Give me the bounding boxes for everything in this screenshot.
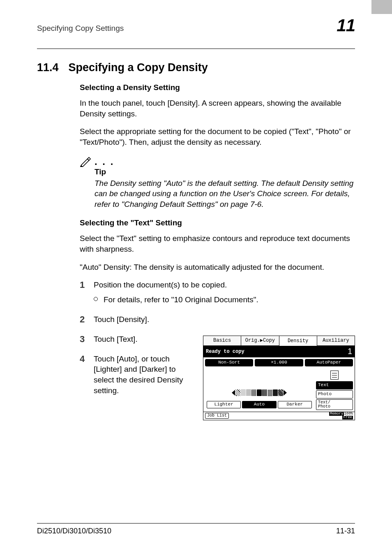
tip-label: Tip [95, 167, 355, 176]
status-bar: Ready to copy 1 [203, 346, 355, 357]
paragraph: Select the "Text" setting to emphasize c… [80, 233, 355, 254]
section-heading: Specifying a Copy Density [69, 61, 208, 74]
paper-pill[interactable]: AutoPaper [305, 359, 353, 366]
header-rule [37, 49, 355, 49]
bullet-icon [94, 297, 98, 301]
step-text: Touch [Density]. [94, 315, 149, 324]
chapter-badge: 11 [329, 24, 355, 44]
paragraph: "Auto" Density: The density is automatic… [80, 262, 355, 273]
paragraph: Select the appropriate setting for the d… [80, 126, 355, 147]
darker-button[interactable]: Darker [278, 401, 312, 408]
step-text: Touch [Auto], or touch [Lighter] and [Da… [94, 354, 183, 395]
density-scale [232, 388, 287, 397]
step-subtext: For details, refer to "10 Original Docum… [104, 294, 258, 305]
mode-photo-button[interactable]: Photo [316, 390, 353, 398]
mode-text-photo-button[interactable]: Text/ Photo [316, 399, 353, 410]
step-number: 3 [80, 334, 94, 345]
subheading-density-setting: Selecting a Density Setting [80, 83, 355, 92]
auto-button[interactable]: Auto [242, 401, 276, 408]
sort-pill[interactable]: Non-Sort [205, 359, 253, 366]
step-text: Touch [Text]. [94, 335, 138, 343]
memory-status: Memory100% Free [329, 412, 353, 419]
section-number: 11.4 [37, 61, 59, 74]
tip-body: The Density setting "Auto" is the defaul… [95, 178, 355, 210]
tip-block: . . . Tip The Density setting "Auto" is … [80, 155, 355, 210]
tab-orig-copy[interactable]: Orig.▶Copy [241, 336, 279, 346]
pencil-icon [80, 155, 92, 167]
footer-rule [37, 523, 355, 524]
step-text: Position the document(s) to be copied. [94, 280, 227, 289]
paragraph: In the touch panel, touch [Density]. A s… [80, 98, 355, 119]
copier-touch-panel: Basics Orig.▶Copy Density Auxiliary Read… [203, 336, 355, 420]
tip-dots: . . . [95, 157, 114, 167]
triangle-left-icon [232, 390, 235, 396]
step-number: 1 [80, 280, 94, 290]
step-number: 4 [80, 354, 94, 364]
triangle-right-icon [284, 390, 287, 396]
chapter-number: 11 [337, 16, 355, 35]
zoom-pill[interactable]: ×1.000 [255, 359, 303, 366]
tab-basics[interactable]: Basics [203, 336, 241, 346]
footer-page: 11-31 [336, 527, 355, 535]
running-title: Specifying Copy Settings [37, 24, 124, 33]
status-text: Ready to copy [206, 348, 244, 355]
tab-density[interactable]: Density [279, 336, 317, 346]
copy-count: 1 [348, 346, 352, 357]
subheading-text-setting: Selecting the "Text" Setting [80, 218, 355, 227]
job-list-button[interactable]: Job List [205, 413, 229, 419]
document-icon [316, 370, 353, 380]
tab-auxiliary[interactable]: Auxiliary [317, 336, 355, 346]
mode-text-button[interactable]: Text [316, 381, 353, 389]
step-number: 2 [80, 314, 94, 325]
footer-model: Di2510/Di3010/Di3510 [37, 527, 111, 535]
lighter-button[interactable]: Lighter [207, 401, 241, 408]
